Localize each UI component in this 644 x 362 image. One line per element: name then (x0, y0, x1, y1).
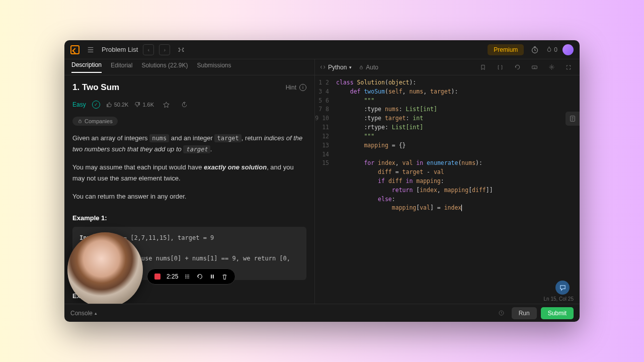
difficulty-badge: Easy (72, 101, 86, 108)
solved-check-icon: ✓ (92, 101, 100, 109)
lock-icon (77, 119, 83, 124)
chevron-down-icon: ▾ (349, 65, 352, 70)
undo-button[interactable] (196, 273, 203, 280)
dislike-button[interactable]: 1.6K (134, 102, 154, 108)
premium-button[interactable]: Premium (488, 44, 524, 55)
notes-drawer-icon[interactable] (566, 112, 580, 126)
tab-description[interactable]: Description (71, 61, 102, 73)
code-body[interactable]: class Solution(object): def twoSum(self,… (334, 75, 580, 296)
menu-icon[interactable] (85, 44, 97, 56)
topbar-right: Premium 0 (488, 44, 574, 56)
problem-description-p3: You can return the answer in any order. (72, 191, 306, 202)
svg-rect-12 (213, 275, 214, 279)
streak-count: 0 (554, 46, 557, 53)
language-selector[interactable]: Python ▾ (320, 64, 352, 71)
svg-point-15 (550, 66, 552, 68)
svg-point-9 (187, 278, 188, 279)
cursor-position: Ln 15, Col 25 (544, 296, 574, 302)
svg-point-10 (188, 278, 189, 279)
share-icon (181, 102, 188, 108)
thumbs-down-icon (134, 102, 140, 108)
brackets-icon[interactable] (494, 61, 506, 73)
favorite-button[interactable] (160, 99, 172, 111)
problem-description-p2: You may assume that each input would hav… (72, 162, 306, 184)
problem-content: 1. Two Sum Hint i Easy ✓ 50.2K 1 (64, 75, 314, 304)
problem-meta: Easy ✓ 50.2K 1.6K (72, 99, 306, 111)
main-area: Description Editorial Solutions (22.9K) … (64, 59, 580, 304)
chat-fab[interactable] (555, 281, 570, 295)
prev-problem-button[interactable]: ‹ (143, 44, 154, 55)
shuffle-icon[interactable] (175, 44, 187, 56)
share-button[interactable] (178, 99, 190, 111)
svg-rect-11 (211, 275, 212, 279)
problem-tabs: Description Editorial Solutions (22.9K) … (64, 59, 314, 75)
drag-handle-icon[interactable] (184, 274, 190, 280)
bookmark-icon[interactable] (477, 61, 489, 73)
svg-point-7 (188, 276, 189, 277)
submit-button[interactable]: Submit (541, 307, 574, 319)
editor-toolbar: Python ▾ Auto (315, 59, 580, 75)
topbar: Problem List ‹ › Premium 0 (64, 40, 580, 59)
auto-toggle[interactable]: Auto (359, 64, 378, 71)
run-button[interactable]: Run (512, 307, 537, 319)
code-editor[interactable]: 1 2 3 4 5 6 7 8 9 10 11 12 13 14 15 clas… (315, 75, 580, 296)
left-panel: Description Editorial Solutions (22.9K) … (64, 59, 315, 304)
svg-point-3 (187, 275, 188, 276)
tab-submissions[interactable]: Submissions (197, 62, 231, 72)
user-avatar[interactable] (562, 44, 574, 55)
editor-status-bar: Ln 15, Col 25 (315, 296, 580, 304)
fullscreen-icon[interactable] (562, 61, 575, 73)
right-panel: Python ▾ Auto 1 2 3 4 5 6 7 8 9 10 (315, 59, 580, 304)
svg-point-5 (185, 276, 186, 277)
svg-point-2 (185, 275, 186, 276)
app-window: Problem List ‹ › Premium 0 Description (64, 40, 580, 322)
problem-list-button[interactable]: Problem List (102, 46, 138, 53)
info-icon: i (299, 84, 306, 91)
keyboard-icon[interactable] (528, 61, 540, 73)
companies-tag[interactable]: Companies (72, 117, 118, 126)
topbar-left: Problem List ‹ › (70, 44, 187, 56)
line-gutter: 1 2 3 4 5 6 7 8 9 10 11 12 13 14 15 (315, 75, 334, 296)
console-toggle[interactable]: Console ▴ (70, 310, 97, 317)
tab-solutions[interactable]: Solutions (22.9K) (141, 62, 188, 72)
thumbs-up-icon (106, 102, 112, 108)
star-icon (163, 102, 170, 108)
hint-button[interactable]: Hint i (286, 84, 306, 91)
streak-counter[interactable]: 0 (546, 46, 557, 53)
flame-icon (546, 46, 552, 53)
svg-point-8 (185, 278, 186, 279)
svg-rect-1 (79, 121, 82, 123)
problem-title: 1. Two Sum (72, 82, 119, 93)
chevron-up-icon: ▴ (95, 311, 97, 316)
example-1-label: Example 1: (72, 214, 306, 222)
chat-icon (559, 284, 567, 292)
history-icon[interactable] (496, 307, 508, 319)
timer-icon[interactable] (529, 44, 541, 56)
svg-rect-13 (360, 67, 363, 69)
record-indicator-icon (154, 274, 160, 280)
recording-toolbar: 2:25 (147, 268, 235, 285)
tab-editorial[interactable]: Editorial (111, 62, 132, 72)
code-icon (320, 64, 326, 70)
pause-button[interactable] (209, 274, 215, 280)
delete-button[interactable] (221, 274, 228, 280)
bottom-bar: Console ▴ Run Submit (64, 304, 580, 322)
lock-icon (359, 65, 364, 70)
svg-point-6 (187, 276, 188, 277)
like-button[interactable]: 50.2K (106, 102, 129, 108)
leetcode-logo-icon[interactable] (70, 45, 79, 54)
problem-description: Given an array of integers nums and an i… (72, 133, 306, 155)
next-problem-button[interactable]: › (159, 44, 170, 55)
settings-icon[interactable] (545, 61, 557, 73)
recording-time: 2:25 (167, 273, 178, 280)
reset-icon[interactable] (511, 61, 523, 73)
webcam-overlay (67, 232, 143, 304)
svg-point-4 (188, 275, 189, 276)
